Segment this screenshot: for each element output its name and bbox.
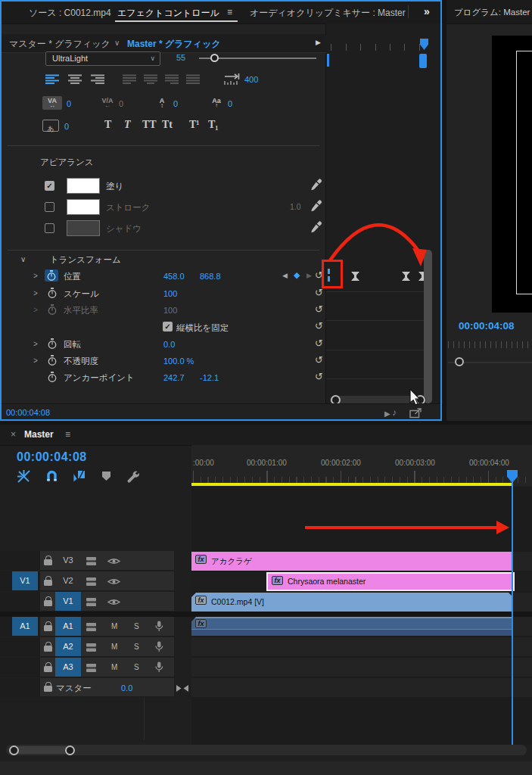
clip-v1-video[interactable]: fx C0012.mp4 [V] [191, 593, 513, 612]
add-keyframe-button[interactable]: ◆ [294, 270, 300, 280]
hratio-stopwatch-icon[interactable] [47, 304, 58, 316]
kerning-va-icon[interactable]: VA ↔ [42, 96, 62, 110]
track-target-v1[interactable]: V1 [55, 592, 81, 611]
show-keyframe-timeline-button[interactable]: ▶ [316, 39, 321, 46]
track-target-a1[interactable]: A1 [55, 617, 81, 636]
sync-lock-icon[interactable] [86, 577, 98, 587]
program-scroll-handle[interactable] [455, 357, 464, 366]
align-center-icon[interactable] [68, 74, 82, 84]
text-bounding-box-outline[interactable] [516, 51, 532, 294]
timeline-panel-menu-icon[interactable]: ≡ [65, 429, 70, 440]
current-keyframe-tick[interactable] [328, 276, 330, 282]
source-patch-v1[interactable]: V1 [12, 571, 38, 590]
linked-selection-icon[interactable] [72, 469, 86, 483]
stroke-width-value[interactable]: 1.0 [290, 202, 301, 211]
rotation-reset-icon[interactable]: ↺ [315, 338, 323, 349]
hratio-reset-icon[interactable]: ↺ [315, 303, 323, 315]
faux-italic-button[interactable]: T [124, 119, 131, 131]
anchor-x-value[interactable]: 242.7 [163, 373, 185, 382]
stroke-checkbox[interactable] [45, 202, 54, 212]
track-visibility-eye-icon[interactable] [107, 557, 120, 565]
hratio-value[interactable]: 100 [163, 306, 177, 315]
lock-icon[interactable] [44, 625, 52, 631]
position-expander-icon[interactable]: > [33, 272, 38, 280]
master-gain-value[interactable]: 0.0 [121, 683, 132, 693]
source-patch-a1[interactable]: A1 [12, 617, 38, 636]
hratio-expander-icon[interactable]: > [33, 306, 38, 314]
baseline-shift-value[interactable]: 0 [228, 99, 232, 108]
snap-magnet-icon[interactable] [45, 469, 58, 483]
faux-bold-button[interactable]: T [104, 119, 111, 131]
track-section-divider[interactable] [0, 612, 532, 617]
align-left-icon[interactable] [45, 74, 60, 84]
rotation-expander-icon[interactable]: > [33, 340, 38, 348]
scale-stopwatch-icon[interactable] [47, 288, 58, 299]
fx-badge[interactable]: fx [195, 555, 207, 564]
tsume-icon[interactable]: あ [42, 120, 59, 132]
rotation-stopwatch-icon[interactable] [47, 338, 58, 350]
track-visibility-eye-icon[interactable] [107, 598, 120, 606]
font-size-value[interactable]: 55 [176, 53, 185, 62]
kerning-optical-value[interactable]: 0 [119, 99, 123, 108]
clip-a1-audio[interactable]: fx [191, 617, 513, 636]
clip-name-label[interactable]: Master * グラフィック [127, 38, 221, 51]
small-caps-button[interactable]: Tt [162, 119, 173, 131]
ec-panel-menu-icon[interactable]: ≡ [227, 7, 232, 17]
timeline-timecode[interactable]: 00:00:04:08 [17, 450, 87, 464]
tab-source-monitor[interactable]: ソース : C0012.mp4 [29, 7, 111, 20]
scale-reset-icon[interactable]: ↺ [315, 287, 323, 298]
position-stopwatch-icon[interactable] [45, 269, 58, 282]
leading-icon[interactable]: A ↕ [154, 98, 170, 108]
track-name-v3[interactable]: V3 [55, 556, 81, 565]
timeline-playhead-line[interactable] [512, 482, 513, 745]
sync-lock-icon[interactable] [86, 622, 98, 632]
justify-last-center-icon[interactable] [144, 74, 158, 84]
opacity-stopwatch-icon[interactable] [47, 355, 58, 366]
anchor-reset-icon[interactable]: ↺ [315, 371, 323, 382]
superscript-button[interactable]: T¹ [189, 119, 200, 131]
voiceover-mic-icon[interactable] [154, 661, 165, 673]
sync-lock-icon[interactable] [86, 597, 98, 607]
tsume-value[interactable]: 0 [64, 122, 69, 131]
anchor-stopwatch-icon[interactable] [47, 372, 58, 383]
fx-badge[interactable]: fx [195, 596, 207, 605]
justify-last-left-icon[interactable] [123, 74, 137, 84]
lock-icon[interactable] [44, 646, 52, 652]
header-boundary-line[interactable] [144, 698, 145, 740]
mute-button[interactable]: M [111, 643, 117, 651]
track-name-v2[interactable]: V2 [55, 576, 81, 585]
lock-icon[interactable] [44, 666, 52, 672]
font-style-dropdown[interactable]: UltraLight ∨ [45, 51, 160, 66]
export-frame-icon[interactable] [409, 407, 422, 419]
subscript-button[interactable]: T₁ [208, 119, 219, 131]
scale-expander-icon[interactable]: > [33, 289, 38, 297]
mute-button[interactable]: M [111, 622, 117, 630]
transform-collapse-icon[interactable]: ∨ [20, 255, 26, 263]
solo-button[interactable]: S [134, 663, 139, 671]
program-title[interactable]: プログラム: Master [454, 7, 530, 18]
solo-button[interactable]: S [134, 643, 139, 651]
justify-last-right-icon[interactable] [165, 74, 179, 84]
uniform-reset-icon[interactable]: ↺ [315, 320, 323, 331]
timeline-settings-wrench-icon[interactable] [126, 469, 139, 483]
lock-icon[interactable] [44, 600, 52, 606]
kerning-va-value[interactable]: 0 [67, 99, 71, 108]
add-marker-icon[interactable] [102, 472, 111, 481]
timeline-h-scrollbar-track[interactable] [6, 745, 527, 755]
nest-sequences-icon[interactable] [17, 469, 31, 484]
justify-all-icon[interactable] [186, 74, 201, 84]
opacity-value[interactable]: 100.0 % [163, 356, 194, 366]
bowtie-keyframe-toggle-icon[interactable] [176, 685, 188, 692]
fx-badge[interactable]: fx [272, 576, 283, 585]
all-caps-button[interactable]: TT [142, 119, 157, 131]
opacity-reset-icon[interactable]: ↺ [315, 354, 323, 366]
align-right-icon[interactable] [91, 74, 105, 84]
sync-lock-icon[interactable] [86, 556, 98, 566]
sync-lock-icon[interactable] [86, 643, 98, 652]
voiceover-mic-icon[interactable] [154, 641, 165, 652]
uniform-scale-checkbox[interactable]: ✓ [163, 322, 173, 331]
shadow-checkbox[interactable] [45, 223, 54, 233]
sync-lock-icon[interactable] [86, 663, 98, 673]
timeline-zoom-right-handle[interactable] [65, 745, 75, 755]
mute-button[interactable]: M [111, 663, 117, 671]
